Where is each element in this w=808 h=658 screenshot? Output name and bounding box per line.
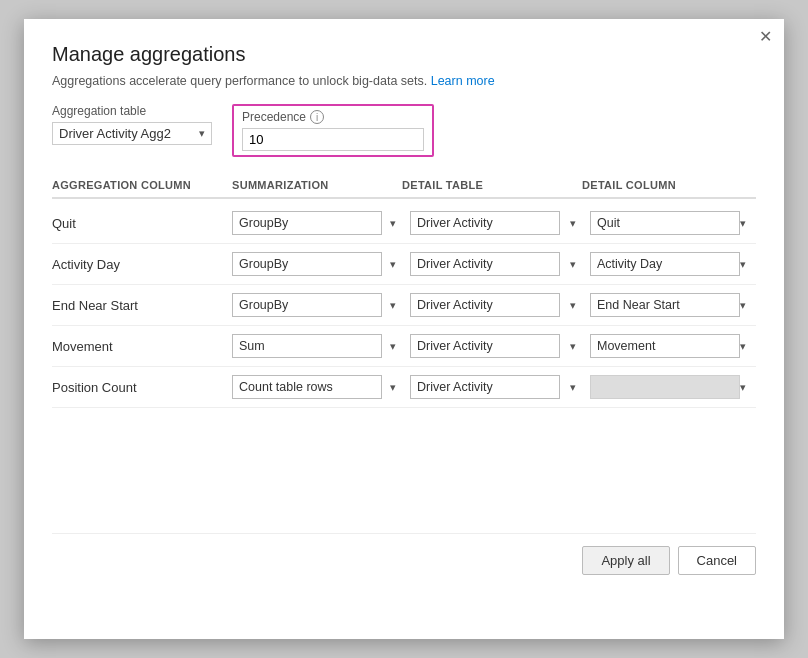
summarization-select-positioncount[interactable]: GroupBy Sum Count table rows	[232, 375, 402, 399]
precedence-group: Precedence i	[232, 104, 434, 157]
agg-col-label: End Near Start	[52, 298, 232, 313]
summarization-select-movement[interactable]: GroupBy Sum Count table rows	[232, 334, 402, 358]
summarization-select-quit[interactable]: GroupBy Sum Count table rows	[232, 211, 402, 235]
col-header-agg: AGGREGATION COLUMN	[52, 179, 232, 191]
detail-table-select-endnearstart[interactable]: Driver Activity	[410, 293, 582, 317]
dialog-description: Aggregations accelerate query performanc…	[52, 74, 756, 88]
dialog-footer: Apply all Cancel	[52, 533, 756, 575]
top-controls: Aggregation table Driver Activity Agg2 ▾…	[52, 104, 756, 157]
table-row: Quit GroupBy Sum Count table rows Driver…	[52, 203, 756, 244]
agg-col-label: Quit	[52, 216, 232, 231]
table-row: Activity Day GroupBy Sum Count table row…	[52, 244, 756, 285]
detail-table-select-activityday[interactable]: Driver Activity	[410, 252, 582, 276]
delete-button[interactable]: 🗑	[752, 254, 756, 274]
delete-button[interactable]: 🗑	[752, 377, 756, 397]
aggregations-table: Quit GroupBy Sum Count table rows Driver…	[52, 203, 756, 513]
aggregation-table-group: Aggregation table Driver Activity Agg2 ▾	[52, 104, 212, 145]
close-button[interactable]: ✕	[759, 29, 772, 45]
cancel-button[interactable]: Cancel	[678, 546, 756, 575]
learn-more-link[interactable]: Learn more	[431, 74, 495, 88]
summarization-select-endnearstart[interactable]: GroupBy Sum Count table rows	[232, 293, 402, 317]
agg-col-label: Movement	[52, 339, 232, 354]
manage-aggregations-dialog: ✕ Manage aggregations Aggregations accel…	[24, 19, 784, 639]
precedence-label: Precedence i	[242, 110, 424, 124]
detail-table-select-movement[interactable]: Driver Activity	[410, 334, 582, 358]
delete-button[interactable]: 🗑	[752, 336, 756, 356]
delete-button[interactable]: 🗑	[752, 295, 756, 315]
apply-all-button[interactable]: Apply all	[582, 546, 669, 575]
col-header-detail-table: DETAIL TABLE	[402, 179, 582, 191]
col-header-summarization: SUMMARIZATION	[232, 179, 402, 191]
aggregation-table-label: Aggregation table	[52, 104, 212, 118]
aggregation-table-select[interactable]: Driver Activity Agg2 ▾	[52, 122, 212, 145]
table-row: End Near Start GroupBy Sum Count table r…	[52, 285, 756, 326]
precedence-input[interactable]	[242, 128, 424, 151]
agg-col-label: Position Count	[52, 380, 232, 395]
table-row: Movement GroupBy Sum Count table rows Dr…	[52, 326, 756, 367]
detail-col-select-activityday[interactable]: Activity Day	[590, 252, 752, 276]
table-row: Position Count GroupBy Sum Count table r…	[52, 367, 756, 408]
col-header-detail-col: DETAIL COLUMN	[582, 179, 752, 191]
summarization-select-activityday[interactable]: GroupBy Sum Count table rows	[232, 252, 402, 276]
agg-col-label: Activity Day	[52, 257, 232, 272]
dialog-title: Manage aggregations	[52, 43, 756, 66]
chevron-down-icon: ▾	[199, 127, 205, 140]
detail-col-select-endnearstart[interactable]: End Near Start	[590, 293, 752, 317]
info-icon: i	[310, 110, 324, 124]
detail-col-select-movement[interactable]: Movement	[590, 334, 752, 358]
detail-col-select-quit[interactable]: Quit	[590, 211, 752, 235]
detail-table-select-quit[interactable]: Driver Activity	[410, 211, 582, 235]
detail-col-select-positioncount[interactable]	[590, 375, 752, 399]
table-headers: AGGREGATION COLUMN SUMMARIZATION DETAIL …	[52, 173, 756, 199]
delete-button[interactable]: 🗑	[752, 213, 756, 233]
detail-table-select-positioncount[interactable]: Driver Activity	[410, 375, 582, 399]
